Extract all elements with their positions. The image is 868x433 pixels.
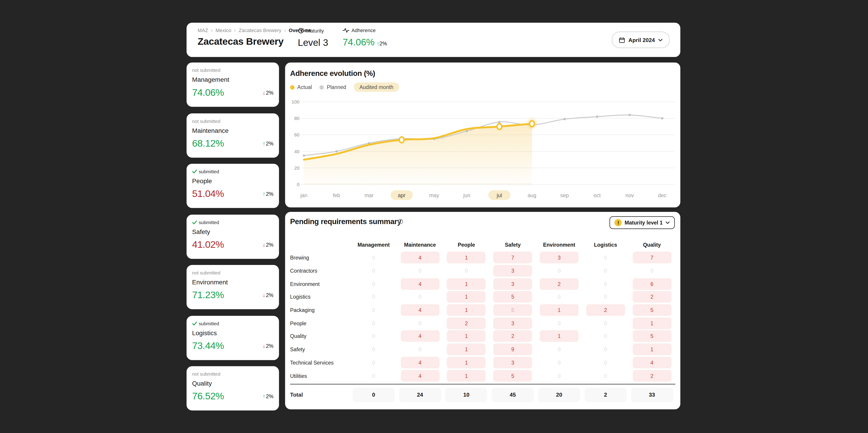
sidebar-card-safety[interactable]: submittedSafety41.02%↓2% — [186, 214, 279, 259]
table-cell-pending[interactable]: 3 — [540, 252, 579, 263]
table-cell-pending[interactable]: 7 — [632, 252, 671, 263]
table-cell-pending[interactable]: 7 — [493, 252, 532, 263]
card-title: Safety — [192, 228, 274, 235]
adherence-value: 74.06% ↑2% — [343, 37, 387, 48]
table-cell-pending[interactable]: 3 — [493, 278, 532, 290]
column-header: Environment — [536, 241, 582, 247]
table-cell-pending[interactable]: 5 — [493, 291, 532, 303]
table-cell-pending[interactable]: 3 — [493, 265, 532, 276]
card-delta: ↑2% — [262, 140, 273, 146]
x-axis-label-oct: oct — [594, 193, 601, 198]
adherence-label: Adherence — [351, 28, 376, 33]
planned-point — [498, 121, 500, 123]
row-label: Environment — [290, 281, 350, 287]
table-cell-zero: 0 — [540, 372, 579, 378]
table-cell-pending[interactable]: 4 — [401, 278, 439, 290]
sidebar-card-quality[interactable]: not submittedQuality76.52%↑2% — [186, 366, 279, 410]
table-cell-pending[interactable]: 1 — [447, 343, 486, 355]
trend-down-icon: ↓ — [262, 241, 265, 247]
table-cell-pending[interactable]: 5 — [632, 304, 671, 316]
sidebar-card-management[interactable]: not submittedManagement74.06%↓2% — [186, 63, 279, 107]
table-cell-pending[interactable]: 1 — [540, 304, 579, 316]
table-cell-pending[interactable]: 1 — [447, 304, 486, 316]
table-cell-pending[interactable]: 4 — [401, 370, 439, 381]
table-cell-pending[interactable]: 2 — [632, 291, 671, 303]
table-cell-pending[interactable]: 4 — [632, 357, 671, 368]
table-cell-pending[interactable]: 2 — [632, 370, 671, 381]
table-cell-pending[interactable]: 2 — [540, 278, 579, 290]
planned-point — [596, 115, 598, 118]
breadcrumb-item[interactable]: Zacatecas Brewery — [239, 28, 281, 33]
table-cell-pending[interactable]: 4 — [401, 357, 439, 368]
planned-point — [661, 117, 663, 120]
info-icon[interactable]: i — [398, 219, 403, 224]
table-cell-pending[interactable]: 2 — [493, 330, 532, 342]
card-status: submitted — [192, 321, 274, 326]
table-cell-pending[interactable]: 1 — [447, 252, 486, 263]
check-icon — [192, 220, 197, 224]
card-status: submitted — [192, 219, 274, 225]
column-header: Quality — [629, 241, 675, 247]
breadcrumb-item[interactable]: Mexico — [215, 28, 231, 33]
table-cell-pending[interactable]: 1 — [632, 318, 671, 329]
table-row: Technical Services0413004 — [290, 356, 675, 369]
total-cell: 10 — [445, 388, 487, 402]
card-value: 73.44% — [192, 340, 224, 352]
total-cell: 0 — [352, 388, 395, 402]
table-cell-pending[interactable]: 1 — [447, 291, 486, 303]
total-cell: 45 — [492, 388, 534, 402]
table-cell-pending[interactable]: 1 — [447, 278, 486, 290]
audited-point-marker[interactable] — [497, 124, 502, 129]
table-cell-pending[interactable]: 1 — [540, 330, 579, 342]
total-cell: 24 — [399, 388, 441, 402]
sidebar-card-maintenance[interactable]: not submittedMaintenance68.12%↑2% — [186, 113, 279, 158]
table-cell-pending[interactable]: 4 — [401, 252, 439, 263]
trend-down-icon: ↓ — [262, 343, 265, 349]
table-cell-pending[interactable]: 5 — [493, 304, 532, 316]
table-cell-zero: 0 — [540, 320, 579, 326]
table-cell-pending[interactable]: 3 — [493, 318, 532, 329]
table-cell-pending[interactable]: 5 — [632, 330, 671, 342]
table-cell-pending[interactable]: 3 — [493, 357, 532, 368]
table-title: Pending requirements summary — [290, 217, 401, 226]
audited-point-marker[interactable] — [399, 137, 404, 143]
maturity-value: Level 3 — [298, 38, 328, 49]
table-cell-zero: 0 — [586, 346, 625, 353]
card-title: Quality — [192, 380, 274, 387]
sidebar-card-people[interactable]: submittedPeople51.04%↑2% — [186, 164, 279, 208]
breadcrumb-item[interactable]: MAZ — [197, 28, 208, 33]
table-cell-zero: 0 — [354, 307, 393, 313]
table-cell-zero: 0 — [354, 359, 393, 365]
sidebar-card-environment[interactable]: not submittedEnvironment71.23%↓2% — [186, 265, 279, 309]
table-cell-pending[interactable]: 5 — [493, 370, 532, 381]
table-cell-zero: 0 — [354, 346, 393, 353]
table-cell-zero: 0 — [540, 268, 579, 274]
table-cell-zero: 0 — [354, 294, 393, 300]
column-header: People — [443, 241, 490, 247]
trend-up-icon: ↑ — [262, 140, 265, 146]
date-picker-button[interactable]: April 2024 — [612, 32, 670, 48]
table-cell-pending[interactable]: 1 — [447, 330, 486, 342]
table-cell-pending[interactable]: 2 — [586, 304, 625, 316]
table-cell-pending[interactable]: 9 — [493, 343, 532, 355]
maturity-level-dropdown[interactable]: ! Maturity level 1 — [610, 216, 675, 229]
table-cell-pending[interactable]: 1 — [447, 370, 486, 381]
column-header: Logistics — [582, 241, 629, 247]
table-cell-pending[interactable]: 1 — [632, 343, 671, 355]
table-cell-pending[interactable]: 2 — [447, 318, 486, 329]
maturity-label: Maturity — [306, 28, 324, 33]
table-cell-zero: 0 — [540, 359, 579, 365]
table-cell-zero: 0 — [632, 268, 671, 274]
x-axis-label-jul[interactable]: jul — [497, 193, 502, 198]
adherence-evolution-chart: 020406080100janfebmaraprmayjunjulaugsepo… — [285, 63, 680, 208]
card-status: not submitted — [192, 118, 274, 124]
sidebar-card-logistics[interactable]: submittedLogistics73.44%↓2% — [186, 315, 279, 360]
table-header-row: ManagementMaintenancePeopleSafetyEnviron… — [290, 238, 675, 251]
table-cell-pending[interactable]: 4 — [401, 304, 439, 316]
table-cell-pending[interactable]: 4 — [401, 330, 439, 342]
x-axis-label-apr[interactable]: apr — [398, 193, 405, 198]
table-cell-pending[interactable]: 1 — [447, 357, 486, 368]
audited-point-marker[interactable] — [530, 121, 534, 127]
card-status: not submitted — [192, 270, 274, 275]
table-cell-pending[interactable]: 6 — [632, 278, 671, 290]
